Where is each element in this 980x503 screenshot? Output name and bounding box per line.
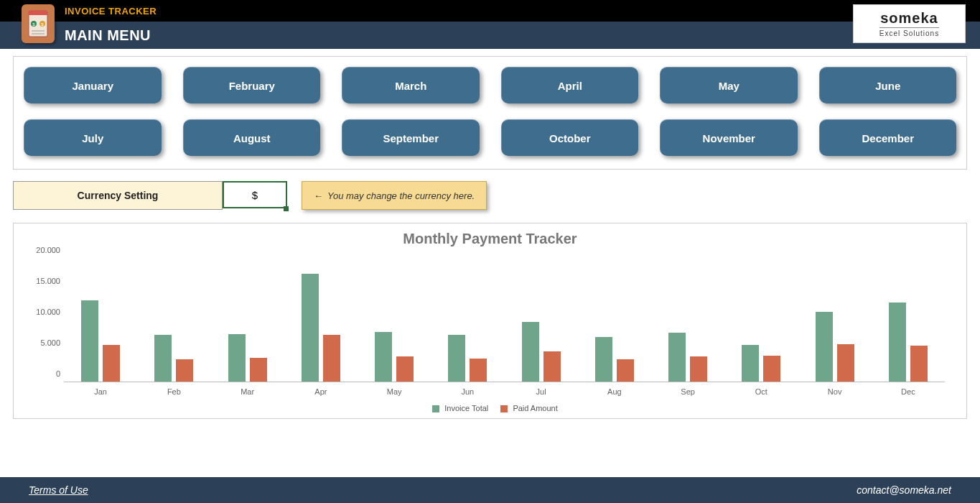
- bar-invoice-total: [448, 335, 465, 382]
- chart-plot: JanFebMarAprMayJunJulAugSepOctNovDec: [64, 254, 945, 382]
- footer: Terms of Use contact@someka.net: [0, 477, 980, 503]
- app-logo-icon: $ $: [22, 4, 55, 43]
- header-bar-sub: MAIN MENU: [0, 22, 980, 49]
- vendor-logo: someka Excel Solutions: [853, 4, 966, 43]
- month-button-april[interactable]: April: [501, 67, 639, 103]
- terms-of-use-link[interactable]: Terms of Use: [29, 484, 88, 496]
- page-title: MAIN MENU: [65, 27, 151, 44]
- vendor-logo-line2: Excel Solutions: [879, 27, 939, 37]
- bar-invoice-total: [375, 332, 392, 382]
- month-button-july[interactable]: July: [24, 119, 162, 156]
- x-tick-label: Mar: [211, 387, 284, 396]
- legend-swatch-series-1: [432, 405, 439, 412]
- x-tick-label: Feb: [137, 387, 210, 396]
- bar-paid-amount: [103, 345, 120, 382]
- legend-swatch-series-2: [500, 405, 508, 412]
- month-row-2: JulyAugustSeptemberOctoberNovemberDecemb…: [24, 119, 956, 156]
- bar-invoice-total: [816, 312, 833, 382]
- legend-label-series-1: Invoice Total: [444, 404, 488, 412]
- currency-input-wrap: [223, 181, 287, 210]
- month-button-december[interactable]: December: [819, 119, 957, 156]
- y-tick-label: 15.000: [28, 277, 60, 285]
- y-tick-label: 20.000: [28, 246, 60, 254]
- chart-column: Nov: [798, 259, 872, 382]
- bar-paid-amount: [837, 344, 854, 382]
- vendor-logo-line1: someka: [880, 10, 938, 27]
- svg-rect-1: [29, 11, 47, 15]
- bar-invoice-total: [522, 322, 539, 382]
- x-tick-label: Nov: [798, 387, 872, 396]
- bar-paid-amount: [910, 346, 928, 382]
- header-bar-top: INVOICE TRACKER: [0, 0, 980, 22]
- x-tick-label: Jun: [431, 387, 504, 396]
- page: $ $ someka Excel Solutions INVOICE TRACK…: [0, 0, 980, 503]
- x-tick-label: Oct: [724, 387, 798, 396]
- content: JanuaryFebruaryMarchAprilMayJune JulyAug…: [0, 49, 980, 419]
- bar-paid-amount: [250, 358, 267, 382]
- chart-column: Aug: [578, 259, 651, 382]
- currency-hint-text: You may change the currency here.: [327, 190, 475, 201]
- chart-column: Feb: [137, 259, 210, 382]
- x-tick-label: Sep: [651, 387, 724, 396]
- bar-paid-amount: [763, 356, 780, 382]
- bar-invoice-total: [228, 334, 246, 382]
- month-button-october[interactable]: October: [501, 119, 639, 156]
- bar-paid-amount: [617, 359, 634, 382]
- month-button-may[interactable]: May: [660, 67, 798, 103]
- x-tick-label: May: [358, 387, 431, 396]
- chart-column: Jul: [505, 259, 578, 382]
- chart-column: Jan: [64, 259, 137, 382]
- bar-paid-amount: [396, 356, 414, 382]
- legend-label-series-2: Paid Amount: [513, 404, 557, 412]
- month-button-november[interactable]: November: [660, 119, 798, 156]
- month-button-september[interactable]: September: [342, 119, 480, 156]
- chart-column: Mar: [211, 259, 284, 382]
- y-tick-label: 10.000: [28, 308, 60, 316]
- bar-paid-amount: [690, 356, 707, 382]
- bar-paid-amount: [176, 359, 193, 382]
- chart-column: Apr: [284, 259, 358, 382]
- month-button-february[interactable]: February: [183, 67, 321, 103]
- chart-column: Sep: [651, 259, 724, 382]
- chart-box: Monthly Payment Tracker JanFebMarAprMayJ…: [13, 223, 967, 419]
- arrow-left-icon: ←: [314, 190, 323, 201]
- chart-column: Dec: [872, 259, 945, 382]
- chart-title: Monthly Payment Tracker: [28, 231, 952, 247]
- month-row-1: JanuaryFebruaryMarchAprilMayJune: [24, 67, 956, 103]
- month-button-january[interactable]: January: [24, 67, 162, 103]
- bar-invoice-total: [742, 345, 759, 382]
- month-button-march[interactable]: March: [342, 67, 480, 103]
- month-button-june[interactable]: June: [819, 67, 957, 103]
- app-title: INVOICE TRACKER: [65, 6, 157, 17]
- bar-paid-amount: [470, 359, 487, 382]
- month-panel: JanuaryFebruaryMarchAprilMayJune JulyAug…: [13, 56, 967, 170]
- x-tick-label: Aug: [578, 387, 651, 396]
- currency-hint: ← You may change the currency here.: [302, 181, 487, 210]
- chart-column: Jun: [431, 259, 504, 382]
- x-tick-label: Apr: [284, 387, 358, 396]
- chart-area: JanFebMarAprMayJunJulAugSepOctNovDec 05.…: [64, 254, 945, 398]
- bar-paid-amount: [543, 351, 561, 382]
- month-button-august[interactable]: August: [183, 119, 321, 156]
- contact-email[interactable]: contact@someka.net: [857, 484, 951, 496]
- chart-column: Oct: [724, 259, 798, 382]
- bar-invoice-total: [302, 274, 319, 382]
- bar-invoice-total: [81, 300, 98, 382]
- bar-invoice-total: [154, 335, 172, 382]
- x-tick-label: Dec: [872, 387, 945, 396]
- currency-row: Currency Setting ← You may change the cu…: [13, 181, 967, 210]
- currency-label: Currency Setting: [13, 181, 223, 210]
- bar-paid-amount: [323, 335, 340, 382]
- x-tick-label: Jan: [64, 387, 137, 396]
- currency-input[interactable]: [223, 181, 287, 208]
- bar-invoice-total: [889, 303, 906, 382]
- chart-legend: Invoice Total Paid Amount: [28, 404, 952, 412]
- y-tick-label: 5.000: [28, 338, 60, 347]
- bar-invoice-total: [668, 333, 686, 382]
- x-tick-label: Jul: [505, 387, 578, 396]
- y-tick-label: 0: [28, 369, 60, 378]
- chart-column: May: [358, 259, 431, 382]
- selection-handle-icon[interactable]: [284, 206, 289, 211]
- bar-invoice-total: [595, 337, 612, 382]
